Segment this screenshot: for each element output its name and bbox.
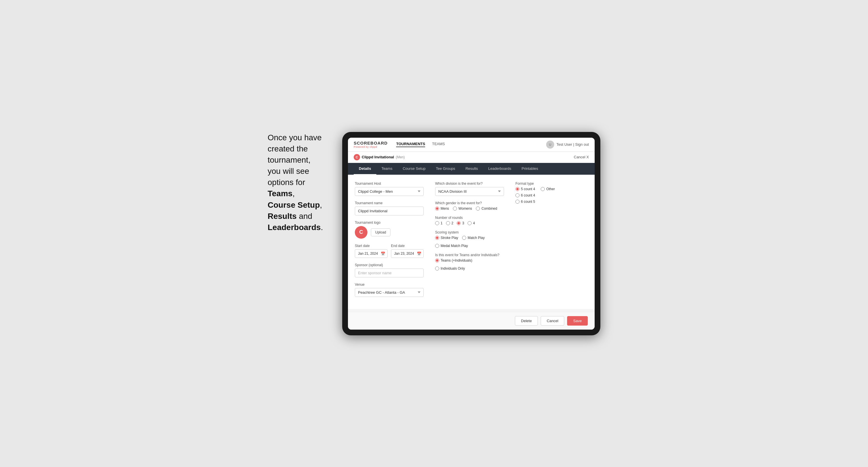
gender-options: Mens Womens Combined — [435, 207, 504, 211]
format-other[interactable]: Other — [541, 187, 555, 191]
teams-group: Is this event for Teams and/or Individua… — [435, 253, 504, 271]
scoring-stroke-play[interactable]: Stroke Play — [435, 236, 458, 240]
gender-womens-radio[interactable] — [453, 207, 457, 211]
top-nav: SCOREBOARD Powered by clippd TOURNAMENTS… — [348, 138, 595, 152]
format-6count5-radio[interactable] — [516, 200, 520, 204]
scoring-medal-radio[interactable] — [435, 244, 439, 248]
end-date-label: End date — [391, 244, 424, 248]
tab-leaderboards[interactable]: Leaderboards — [483, 163, 516, 175]
section-divider — [348, 309, 595, 312]
col-right: Format type 5 count 4 Other — [516, 182, 588, 302]
breadcrumb-cancel-button[interactable]: Cancel X — [574, 155, 589, 159]
nav-links: TOURNAMENTS TEAMS — [396, 142, 445, 147]
format-6count4-radio[interactable] — [516, 193, 520, 197]
breadcrumb: C Clippd Invitational (Men) — [354, 154, 405, 160]
upload-button[interactable]: Upload — [371, 228, 391, 237]
col-left: Tournament Host Clippd College - Men Tou… — [355, 182, 424, 302]
venue-group: Venue Peachtree GC - Atlanta - GA — [355, 283, 424, 297]
teams-plus-radio[interactable] — [435, 258, 439, 262]
main-content: Tournament Host Clippd College - Men Tou… — [348, 175, 595, 309]
nav-link-teams[interactable]: TEAMS — [432, 142, 445, 147]
venue-label: Venue — [355, 283, 424, 286]
format-5-count-4[interactable]: 5 count 4 — [516, 187, 535, 191]
format-options: 5 count 4 Other — [516, 187, 588, 204]
scoring-label: Scoring system — [435, 230, 504, 235]
division-select[interactable]: NCAA Division III — [435, 187, 504, 196]
rounds-1[interactable]: 1 — [435, 221, 443, 225]
logo-upload-row: C Upload — [355, 226, 424, 239]
dates-group: Start date 📅 End date 📅 — [355, 244, 424, 258]
nav-link-tournaments[interactable]: TOURNAMENTS — [396, 142, 425, 147]
breadcrumb-initial: C — [354, 154, 360, 160]
breadcrumb-row: C Clippd Invitational (Men) Cancel X — [348, 152, 595, 163]
format-other-radio[interactable] — [541, 187, 545, 191]
tournament-name-input[interactable] — [355, 207, 424, 215]
format-5count4-radio[interactable] — [516, 187, 520, 191]
save-button[interactable]: Save — [567, 316, 588, 325]
tournament-logo-label: Tournament logo — [355, 221, 424, 225]
gender-group: Which gender is the event for? Mens Wome… — [435, 201, 504, 211]
format-row-2: 6 count 4 — [516, 193, 588, 197]
scoring-match-play[interactable]: Match Play — [462, 236, 485, 240]
teams-options: Teams (+Individuals) Individuals Only — [435, 258, 504, 271]
rounds-2-radio[interactable] — [446, 221, 450, 225]
breadcrumb-sub: (Men) — [396, 155, 405, 159]
nav-left: SCOREBOARD Powered by clippd TOURNAMENTS… — [354, 141, 445, 148]
format-row-1: 5 count 4 Other — [516, 187, 588, 191]
logo-preview: C — [355, 226, 368, 239]
gender-womens[interactable]: Womens — [453, 207, 472, 211]
tab-tee-groups[interactable]: Tee Groups — [431, 163, 460, 175]
format-label: Format type — [516, 182, 588, 186]
teams-label: Is this event for Teams and/or Individua… — [435, 253, 504, 257]
user-text[interactable]: Test User | Sign out — [557, 142, 589, 147]
tab-printables[interactable]: Printables — [516, 163, 543, 175]
calendar-icon-end: 📅 — [417, 251, 422, 256]
venue-select[interactable]: Peachtree GC - Atlanta - GA — [355, 288, 424, 297]
format-6-count-4[interactable]: 6 count 4 — [516, 193, 535, 197]
logo-sub: Powered by clippd — [354, 146, 388, 148]
cancel-button[interactable]: Cancel — [541, 316, 564, 325]
division-group: Which division is the event for? NCAA Di… — [435, 182, 504, 196]
nav-right: U Test User | Sign out — [546, 141, 589, 149]
division-label: Which division is the event for? — [435, 182, 504, 186]
rounds-options: 1 2 3 4 — [435, 221, 504, 225]
logo: SCOREBOARD Powered by clippd — [354, 141, 388, 148]
scoring-stroke-radio[interactable] — [435, 236, 439, 240]
tab-results[interactable]: Results — [460, 163, 483, 175]
individuals-only[interactable]: Individuals Only — [435, 267, 465, 271]
rounds-group: Number of rounds 1 2 — [435, 216, 504, 225]
tournament-host-select[interactable]: Clippd College - Men — [355, 187, 424, 196]
rounds-4-radio[interactable] — [468, 221, 472, 225]
logo-text: SCOREBOARD — [354, 141, 388, 146]
tab-teams[interactable]: Teams — [376, 163, 398, 175]
scoring-medal-match-play[interactable]: Medal Match Play — [435, 244, 468, 248]
teams-plus-individuals[interactable]: Teams (+Individuals) — [435, 258, 472, 262]
rounds-label: Number of rounds — [435, 216, 504, 220]
rounds-2[interactable]: 2 — [446, 221, 454, 225]
rounds-3-radio[interactable] — [457, 221, 461, 225]
rounds-4[interactable]: 4 — [468, 221, 475, 225]
tournament-logo-group: Tournament logo C Upload — [355, 221, 424, 239]
format-6-count-5[interactable]: 6 count 5 — [516, 200, 535, 204]
individuals-only-radio[interactable] — [435, 267, 439, 271]
gender-mens-radio[interactable] — [435, 207, 439, 211]
end-date-group: End date 📅 — [391, 244, 424, 258]
sponsor-input[interactable] — [355, 269, 424, 277]
tournament-name-group: Tournament name — [355, 201, 424, 215]
gender-mens[interactable]: Mens — [435, 207, 449, 211]
tournament-name-label: Tournament name — [355, 201, 424, 205]
start-date-wrap: 📅 — [355, 249, 388, 258]
gender-combined[interactable]: Combined — [476, 207, 497, 211]
format-row-3: 6 count 5 — [516, 200, 588, 204]
tab-course-setup[interactable]: Course Setup — [398, 163, 431, 175]
gender-combined-radio[interactable] — [476, 207, 480, 211]
avatar: U — [546, 141, 554, 149]
delete-button[interactable]: Delete — [515, 316, 538, 325]
tab-details[interactable]: Details — [354, 163, 376, 175]
rounds-3[interactable]: 3 — [457, 221, 464, 225]
scoring-match-radio[interactable] — [462, 236, 466, 240]
scoring-options: Stroke Play Match Play Medal Match Play — [435, 236, 504, 248]
breadcrumb-name: Clippd Invitational — [362, 155, 394, 159]
rounds-1-radio[interactable] — [435, 221, 439, 225]
tournament-host-label: Tournament Host — [355, 182, 424, 186]
